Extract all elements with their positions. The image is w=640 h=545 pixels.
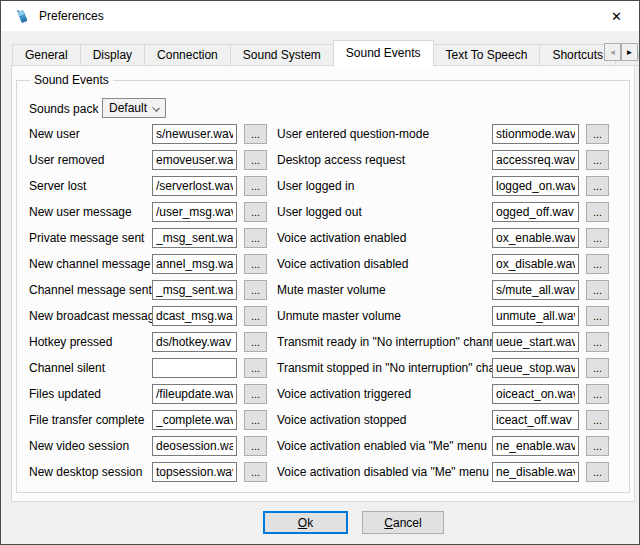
sound-events-grid: New user ... User entered question-mode …: [29, 124, 609, 482]
cancel-button[interactable]: Cancel: [362, 511, 444, 534]
sound-event-label: New video session: [29, 439, 129, 453]
browse-button[interactable]: ...: [586, 462, 609, 482]
sound-file-input[interactable]: [492, 384, 579, 404]
tab-text-to-speech[interactable]: Text To Speech: [433, 44, 541, 66]
sound-event-label: New user: [29, 127, 80, 141]
sound-event-label: Mute master volume: [277, 283, 386, 297]
browse-button[interactable]: ...: [244, 306, 267, 326]
browse-button[interactable]: ...: [586, 332, 609, 352]
browse-button[interactable]: ...: [244, 254, 267, 274]
sound-file-input[interactable]: [152, 176, 237, 196]
sound-events-group: Sound Events Sounds pack Default New use…: [16, 80, 630, 493]
browse-button[interactable]: ...: [244, 384, 267, 404]
browse-button[interactable]: ...: [586, 150, 609, 170]
tab-strip: General Display Connection Sound System …: [12, 40, 639, 66]
chevron-down-icon: [152, 104, 160, 112]
sound-file-input[interactable]: [492, 306, 579, 326]
sound-file-input[interactable]: [152, 358, 237, 378]
preferences-window: Preferences ✕ General Display Connection…: [0, 0, 640, 545]
tab-connection[interactable]: Connection: [144, 44, 231, 66]
browse-button[interactable]: ...: [244, 462, 267, 482]
sound-file-input[interactable]: [152, 202, 237, 222]
sound-event-label: User removed: [29, 153, 104, 167]
window-title: Preferences: [39, 9, 104, 23]
browse-button[interactable]: ...: [586, 436, 609, 456]
sound-event-label: Files updated: [29, 387, 101, 401]
browse-button[interactable]: ...: [586, 384, 609, 404]
sound-event-label: User entered question-mode: [277, 127, 429, 141]
sound-file-input[interactable]: [152, 254, 237, 274]
sound-file-input[interactable]: [492, 280, 579, 300]
tab-scroller: ◄ ►: [604, 43, 638, 61]
ok-button[interactable]: Ok: [263, 511, 348, 534]
browse-button[interactable]: ...: [586, 176, 609, 196]
sound-file-input[interactable]: [492, 332, 579, 352]
browse-button[interactable]: ...: [244, 280, 267, 300]
sound-file-input[interactable]: [492, 124, 579, 144]
sound-file-input[interactable]: [152, 306, 237, 326]
sound-file-input[interactable]: [152, 436, 237, 456]
sound-event-label: New user message: [29, 205, 132, 219]
sound-file-input[interactable]: [492, 176, 579, 196]
sound-file-input[interactable]: [492, 202, 579, 222]
browse-button[interactable]: ...: [586, 254, 609, 274]
sound-file-input[interactable]: [152, 124, 237, 144]
sound-event-label: Voice activation triggered: [277, 387, 411, 401]
sound-file-input[interactable]: [152, 332, 237, 352]
titlebar: Preferences ✕: [1, 1, 639, 31]
browse-button[interactable]: ...: [586, 358, 609, 378]
sound-file-input[interactable]: [152, 150, 237, 170]
tab-sound-events[interactable]: Sound Events: [333, 40, 434, 66]
sound-event-label: User logged in: [277, 179, 354, 193]
sound-event-label: Voice activation disabled: [277, 257, 408, 271]
sound-file-input[interactable]: [492, 436, 579, 456]
browse-button[interactable]: ...: [586, 280, 609, 300]
sound-file-input[interactable]: [152, 384, 237, 404]
sound-file-input[interactable]: [152, 462, 237, 482]
sounds-pack-value: Default: [109, 101, 147, 115]
browse-button[interactable]: ...: [586, 228, 609, 248]
sound-file-input[interactable]: [492, 254, 579, 274]
sounds-pack-select[interactable]: Default: [102, 98, 166, 118]
browse-button[interactable]: ...: [244, 410, 267, 430]
sound-file-input[interactable]: [492, 410, 579, 430]
sound-file-input[interactable]: [492, 150, 579, 170]
tab-general[interactable]: General: [12, 44, 81, 66]
sound-event-label: Desktop access request: [277, 153, 405, 167]
browse-button[interactable]: ...: [586, 202, 609, 222]
sound-file-input[interactable]: [152, 410, 237, 430]
sound-file-input[interactable]: [492, 462, 579, 482]
browse-button[interactable]: ...: [244, 228, 267, 248]
sound-event-label: Voice activation enabled via "Me" menu: [277, 439, 487, 453]
browse-button[interactable]: ...: [244, 358, 267, 378]
sound-file-input[interactable]: [492, 228, 579, 248]
browse-button[interactable]: ...: [244, 176, 267, 196]
sound-event-label: Channel silent: [29, 361, 105, 375]
sound-event-label: Transmit stopped in "No interruption" ch…: [277, 361, 518, 375]
sound-event-label: Channel message sent: [29, 283, 152, 297]
browse-button[interactable]: ...: [586, 410, 609, 430]
tab-display[interactable]: Display: [80, 44, 145, 66]
sound-file-input[interactable]: [152, 280, 237, 300]
sound-file-input[interactable]: [152, 228, 237, 248]
sound-event-label: Transmit ready in "No interruption" chan…: [277, 335, 505, 349]
sound-event-label: New desktop session: [29, 465, 142, 479]
sound-event-label: Voice activation stopped: [277, 413, 406, 427]
tab-scroll-left-icon[interactable]: ◄: [604, 43, 621, 61]
sound-event-label: New broadcast message: [29, 309, 161, 323]
browse-button[interactable]: ...: [244, 436, 267, 456]
sounds-pack-label: Sounds pack: [29, 102, 98, 116]
tab-sound-system[interactable]: Sound System: [230, 44, 334, 66]
close-icon[interactable]: ✕: [594, 1, 639, 31]
sound-file-input[interactable]: [492, 358, 579, 378]
browse-button[interactable]: ...: [586, 306, 609, 326]
browse-button[interactable]: ...: [244, 202, 267, 222]
tab-scroll-right-icon[interactable]: ►: [621, 43, 638, 61]
browse-button[interactable]: ...: [244, 332, 267, 352]
sound-event-label: Voice activation disabled via "Me" menu: [277, 465, 489, 479]
browse-button[interactable]: ...: [244, 124, 267, 144]
app-logo-icon: [14, 8, 30, 24]
browse-button[interactable]: ...: [586, 124, 609, 144]
browse-button[interactable]: ...: [244, 150, 267, 170]
sound-event-label: Voice activation enabled: [277, 231, 406, 245]
